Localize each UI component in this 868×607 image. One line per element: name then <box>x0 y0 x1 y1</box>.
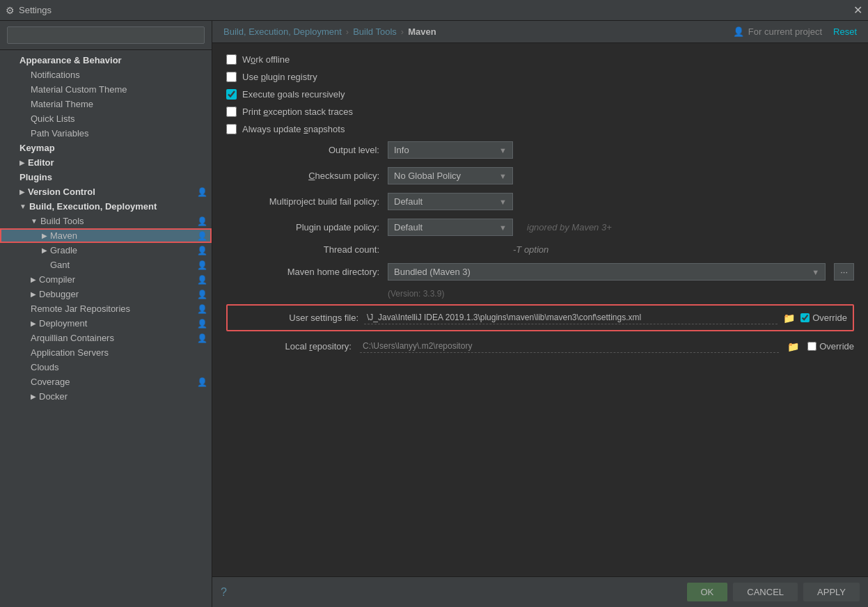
checkbox-row-plugin-registry: Use plugin registry <box>226 72 854 82</box>
sidebar-item-clouds[interactable]: Clouds <box>0 360 212 375</box>
person-icon-breadcrumb: 👤 <box>733 26 744 37</box>
local-repo-folder-button[interactable]: 📁 <box>787 341 799 352</box>
checkbox-execute-goals[interactable] <box>226 89 237 100</box>
local-repo-override-checkbox[interactable] <box>807 342 816 351</box>
user-settings-folder-button[interactable]: 📁 <box>783 313 795 324</box>
checkbox-row-execute-goals: Execute goals recursively <box>226 89 854 100</box>
local-repo-label: Local repository: <box>226 341 352 352</box>
output-level-label: Output level: <box>226 145 379 155</box>
output-level-arrow-icon: ▼ <box>499 146 507 155</box>
sidebar-item-coverage[interactable]: Coverage 👤 <box>0 375 212 389</box>
output-level-dropdown[interactable]: Info ▼ <box>388 141 513 159</box>
ok-button[interactable]: OK <box>687 583 728 601</box>
plugin-update-label: Plugin update policy: <box>226 222 379 232</box>
plugin-update-hint: ignored by Maven 3+ <box>527 222 612 232</box>
multiproject-fail-dropdown[interactable]: Default ▼ <box>388 193 513 210</box>
checkbox-row-always-update: Always update snapshots <box>226 124 854 134</box>
sidebar: Appearance & Behavior Notifications Mate… <box>0 21 212 607</box>
user-settings-label: User settings file: <box>233 313 358 323</box>
checkbox-work-offline[interactable] <box>226 54 237 65</box>
version-control-arrow-icon: ▶ <box>19 188 25 196</box>
compiler-arrow-icon: ▶ <box>31 276 36 283</box>
help-button[interactable]: ? <box>221 586 227 599</box>
gant-person-icon: 👤 <box>197 260 207 270</box>
sidebar-item-quick-lists[interactable]: Quick Lists <box>0 111 212 126</box>
form-row-local-repo: Local repository: 📁 Override <box>226 340 854 353</box>
form-row-maven-home: Maven home directory: Bundled (Maven 3) … <box>226 263 854 281</box>
sidebar-item-notifications[interactable]: Notifications <box>0 68 212 82</box>
multiproject-fail-arrow-icon: ▼ <box>499 198 507 206</box>
sidebar-item-remote-jar[interactable]: Remote Jar Repositories 👤 <box>0 301 212 316</box>
sidebar-item-path-variables[interactable]: Path Variables <box>0 126 212 141</box>
breadcrumb-bar: Build, Execution, Deployment › Build Too… <box>212 21 868 43</box>
checkbox-always-update[interactable] <box>226 124 237 134</box>
maven-home-more-button[interactable]: ··· <box>834 263 854 281</box>
arquillian-person-icon: 👤 <box>197 333 207 343</box>
checksum-policy-label: Checksum policy: <box>226 171 379 181</box>
editor-arrow-icon: ▶ <box>19 159 25 166</box>
local-repo-input[interactable] <box>360 340 779 353</box>
maven-home-dropdown[interactable]: Bundled (Maven 3) ▼ <box>388 263 826 281</box>
checksum-policy-arrow-icon: ▼ <box>499 172 507 180</box>
multiproject-fail-label: Multiproject build fail policy: <box>226 196 379 207</box>
maven-person-icon: 👤 <box>197 231 207 241</box>
deployment-person-icon: 👤 <box>197 319 207 329</box>
bottom-bar: ? OK CANCEL APPLY <box>212 576 868 607</box>
compiler-person-icon: 👤 <box>197 275 207 285</box>
for-project-label: 👤 For current project <box>733 26 822 37</box>
sidebar-item-material-custom-theme[interactable]: Material Custom Theme <box>0 82 212 97</box>
apply-button[interactable]: APPLY <box>803 583 860 601</box>
sidebar-item-editor[interactable]: ▶ Editor <box>0 155 212 170</box>
sidebar-item-docker[interactable]: ▶ Docker <box>0 389 212 404</box>
deployment-arrow-icon: ▶ <box>31 320 36 327</box>
user-settings-override-checkbox[interactable] <box>800 313 810 322</box>
breadcrumb-item-1[interactable]: Build, Execution, Deployment <box>223 26 342 37</box>
version-control-person-icon: 👤 <box>197 187 207 197</box>
checkbox-row-work-offline: Work offline <box>226 54 854 65</box>
build-tools-arrow-icon: ▼ <box>31 217 38 225</box>
user-settings-row: User settings file: 📁 Override <box>226 304 854 331</box>
cancel-button[interactable]: CANCEL <box>733 583 798 601</box>
sidebar-item-gradle[interactable]: ▶ Gradle 👤 <box>0 243 212 258</box>
checkbox-label-plugin-registry[interactable]: Use plugin registry <box>242 72 317 82</box>
checkbox-label-execute-goals[interactable]: Execute goals recursively <box>242 89 345 100</box>
sidebar-item-arquillian[interactable]: Arquillian Containers 👤 <box>0 331 212 345</box>
close-button[interactable]: ✕ <box>853 5 862 16</box>
user-settings-override-label: Override <box>812 313 847 323</box>
sidebar-item-material-theme[interactable]: Material Theme <box>0 97 212 111</box>
reset-button[interactable]: Reset <box>833 26 857 37</box>
plugin-update-dropdown[interactable]: Default ▼ <box>388 219 513 236</box>
checkbox-label-always-update[interactable]: Always update snapshots <box>242 124 345 134</box>
sidebar-item-keymap[interactable]: Keymap <box>0 141 212 155</box>
window-title: Settings <box>19 5 52 15</box>
checksum-policy-dropdown[interactable]: No Global Policy ▼ <box>388 167 513 184</box>
checkbox-plugin-registry[interactable] <box>226 72 237 82</box>
form-row-plugin-update: Plugin update policy: Default ▼ ignored … <box>226 219 854 236</box>
maven-arrow-icon: ▶ <box>42 232 47 239</box>
sidebar-item-deployment[interactable]: ▶ Deployment 👤 <box>0 316 212 331</box>
sidebar-item-version-control[interactable]: ▶ Version Control 👤 <box>0 184 212 199</box>
coverage-person-icon: 👤 <box>197 377 207 387</box>
checkbox-print-exception[interactable] <box>226 107 237 117</box>
sidebar-item-build-tools[interactable]: ▼ Build Tools 👤 <box>0 214 212 228</box>
breadcrumb-item-2[interactable]: Build Tools <box>353 26 397 37</box>
checkbox-label-print-exception[interactable]: Print exception stack traces <box>242 107 353 117</box>
checkbox-label-work-offline[interactable]: Work offline <box>242 54 290 65</box>
sidebar-item-compiler[interactable]: ▶ Compiler 👤 <box>0 272 212 287</box>
search-input[interactable] <box>7 26 205 44</box>
settings-content: Work offline Use plugin registry Execute… <box>212 43 868 576</box>
version-text: (Version: 3.3.9) <box>226 289 854 299</box>
sidebar-item-maven[interactable]: ▶ Maven 👤 <box>0 228 212 243</box>
sidebar-item-plugins[interactable]: Plugins <box>0 170 212 184</box>
sidebar-item-debugger[interactable]: ▶ Debugger 👤 <box>0 287 212 301</box>
remote-jar-person-icon: 👤 <box>197 304 207 314</box>
user-settings-input[interactable] <box>364 311 778 324</box>
checkbox-row-print-exception: Print exception stack traces <box>226 107 854 117</box>
sidebar-item-build-exec-deploy[interactable]: ▼ Build, Execution, Deployment <box>0 199 212 214</box>
sidebar-item-gant[interactable]: Gant 👤 <box>0 258 212 272</box>
sidebar-item-appearance[interactable]: Appearance & Behavior <box>0 53 212 68</box>
thread-count-label: Thread count: <box>226 244 379 255</box>
local-repo-override-label: Override <box>819 341 854 352</box>
sidebar-item-app-servers[interactable]: Application Servers <box>0 345 212 360</box>
maven-home-label: Maven home directory: <box>226 267 379 277</box>
